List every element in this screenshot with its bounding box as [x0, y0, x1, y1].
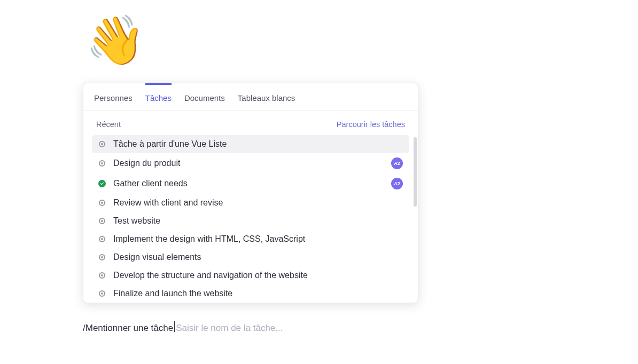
status-open-icon	[98, 254, 106, 261]
task-label: Develop the structure and navigation of …	[113, 271, 403, 280]
browse-tasks-link[interactable]: Parcourir les tâches	[337, 120, 405, 129]
task-row[interactable]: Gather client needsA2	[92, 173, 409, 194]
task-row[interactable]: Develop the structure and navigation of …	[92, 266, 409, 284]
tab-tâches[interactable]: Tâches	[145, 83, 172, 110]
task-label: Implement the design with HTML, CSS, Jav…	[113, 234, 403, 244]
tab-personnes[interactable]: Personnes	[94, 83, 133, 110]
task-label: Design du produit	[113, 159, 384, 168]
tab-documents[interactable]: Documents	[184, 83, 225, 110]
mention-command-text: Mentionner une tâche	[85, 323, 173, 334]
scrollbar[interactable]	[414, 137, 417, 207]
status-open-icon	[98, 272, 106, 279]
task-list-wrap: Tâche à partir d'une Vue ListeDesign du …	[83, 135, 418, 303]
status-open-icon	[98, 217, 106, 225]
status-open-icon	[98, 235, 106, 243]
tab-tableaux-blancs[interactable]: Tableaux blancs	[238, 83, 295, 110]
task-label: Tâche à partir d'une Vue Liste	[113, 139, 403, 149]
mention-input-line[interactable]: / Mentionner une tâche Saisir le nom de …	[83, 320, 283, 334]
section-label: Récent	[96, 120, 121, 129]
task-label: Design visual elements	[113, 252, 403, 262]
task-label: Gather client needs	[113, 179, 384, 188]
task-row[interactable]: Tâche à partir d'une Vue Liste	[92, 135, 409, 153]
status-done-icon	[98, 180, 106, 187]
task-label: Review with client and revise	[113, 198, 403, 208]
status-open-icon	[98, 290, 106, 297]
section-header: Récent Parcourir les tâches	[83, 110, 418, 135]
task-row[interactable]: Design du produitA2	[92, 153, 409, 173]
task-label: Finalize and launch the website	[113, 289, 403, 298]
mention-popup: PersonnesTâchesDocumentsTableaux blancs …	[83, 83, 418, 303]
task-row[interactable]: Review with client and revise	[92, 194, 409, 212]
status-open-icon	[98, 160, 106, 167]
text-cursor	[174, 321, 175, 332]
task-row[interactable]: Test website	[92, 212, 409, 230]
task-row[interactable]: Design visual elements	[92, 248, 409, 266]
status-open-icon	[98, 199, 106, 207]
task-row[interactable]: Finalize and launch the website	[92, 284, 409, 303]
status-open-icon	[98, 140, 106, 148]
assignee-avatar: A2	[391, 157, 403, 169]
wave-emoji: 👋	[85, 16, 145, 64]
mention-placeholder: Saisir le nom de la tâche...	[176, 323, 283, 334]
task-label: Test website	[113, 216, 403, 226]
task-list: Tâche à partir d'une Vue ListeDesign du …	[90, 135, 411, 303]
assignee-avatar: A2	[391, 178, 403, 189]
task-row[interactable]: Implement the design with HTML, CSS, Jav…	[92, 230, 409, 248]
popup-tabs: PersonnesTâchesDocumentsTableaux blancs	[83, 83, 418, 110]
